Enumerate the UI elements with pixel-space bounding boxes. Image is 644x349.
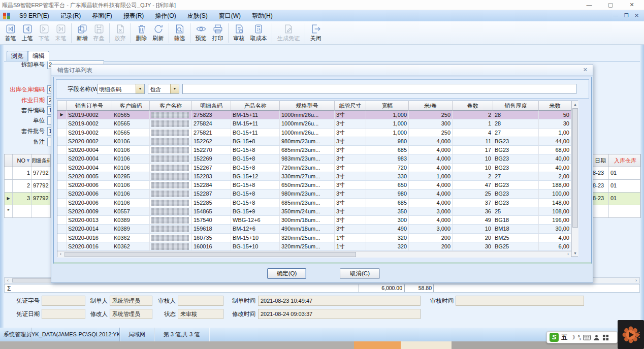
sum-meters: 58.80 [404, 284, 434, 292]
table-row[interactable]: S2020-0004K0106152270BG-15+8685mm/23um..… [57, 146, 571, 154]
operator-select[interactable]: 包含 ▼ [148, 84, 179, 94]
window-close-icon[interactable]: ✕ [624, 0, 640, 10]
col-no[interactable]: NO [13, 154, 32, 167]
table-row[interactable]: S2020-0006K0106152284BG-15+8650mm/23um..… [57, 181, 571, 189]
table-row[interactable]: S2020-0004K0106152269BG-15+8983mm/23um..… [57, 154, 571, 163]
column-header-10[interactable]: 销售厚度 [493, 101, 539, 111]
column-header-11[interactable]: 米数 [539, 101, 571, 111]
screen-recorder-widget[interactable] [618, 320, 644, 349]
menu-item-3[interactable]: 报表(R) [118, 10, 150, 21]
grid-horizontal-scrollbar[interactable]: ‹ › [57, 251, 571, 258]
scrollbar-thumb[interactable] [572, 108, 578, 228]
print-button[interactable]: 打印 [209, 23, 226, 42]
column-header-0[interactable]: 销售订单号 [67, 101, 112, 111]
table-row[interactable]: S2020-0005K0295152283BG-15+12330mm/27um.… [57, 172, 571, 181]
table-row-current[interactable]: 08-2301 [591, 193, 641, 205]
scrollbar-thumb[interactable] [65, 252, 356, 257]
menu-item-1[interactable]: 记录(R) [55, 10, 87, 21]
chevron-down-icon[interactable]: ▼ [136, 84, 144, 93]
field-select[interactable]: 明细条码 ▼ [97, 84, 145, 94]
cancel-button[interactable]: 取消(C) [340, 268, 380, 279]
col-date[interactable]: 日期 [592, 154, 609, 167]
sogou-logo-icon[interactable]: S [550, 333, 559, 342]
col-in-warehouse[interactable]: 入库仓库 [609, 154, 640, 167]
column-header-3[interactable]: 明细条码 [192, 101, 231, 111]
table-row[interactable]: S2019-0002K0565275821BG-15+111000mm/26u.… [57, 129, 571, 137]
menu-item-4[interactable]: 操作(O) [149, 10, 181, 21]
table-row[interactable]: S2019-0002K0565275824BM-15+111000mm/26u.… [57, 119, 571, 128]
discard-button: 放弃 [112, 23, 128, 42]
col-detail-code[interactable]: 明细条码 [32, 154, 50, 167]
table-row-current[interactable]: ▶397792 [4, 193, 51, 205]
table-row[interactable]: S2020-0016K0362160735BM-15+10320mm/25um.… [57, 234, 571, 242]
person-icon[interactable] [593, 334, 600, 341]
preview-button[interactable]: 预览 [192, 23, 209, 42]
prev-record-button[interactable]: 上笔 [19, 23, 36, 42]
menu-item-7[interactable]: 帮助(H) [246, 10, 278, 21]
punctuation-icon[interactable]: °, [578, 335, 581, 340]
table-row[interactable]: S2020-0002K0106152262BG-15+8980mm/23um..… [57, 137, 571, 146]
column-header-2[interactable]: 客户名称 [150, 101, 192, 111]
tab-browse[interactable]: 浏览 [7, 51, 28, 61]
column-header-9[interactable]: 卷数 [453, 101, 493, 111]
window-maximize-icon[interactable]: ▢ [602, 0, 619, 10]
get-cost-button[interactable]: 取成本 [247, 23, 270, 42]
first-record-button[interactable]: 首笔 [2, 23, 19, 42]
menu-item-5[interactable]: 皮肤(S) [182, 10, 213, 21]
table-row[interactable]: ▶S2019-0002K0565275823BM-15+111000mm/26u… [57, 111, 571, 119]
column-header-6[interactable]: 纸管尺寸 [335, 101, 366, 111]
mdi-restore-icon[interactable]: ❐ [624, 10, 629, 21]
mdi-close-icon[interactable]: ✕ [635, 10, 639, 21]
column-header-7[interactable]: 宽幅 [366, 101, 409, 111]
wubi-mode-icon[interactable]: 五 [561, 333, 567, 342]
menu-item-6[interactable]: 窗口(W) [213, 10, 246, 21]
ok-button[interactable]: 确定(Q) [267, 268, 306, 279]
table-row[interactable]: 197792 [4, 167, 51, 180]
column-header-4[interactable]: 产品名称 [231, 101, 280, 111]
table-row-new[interactable] [591, 205, 641, 218]
scroll-right-icon[interactable]: › [565, 251, 571, 258]
add-new-button[interactable]: 新增 [74, 23, 90, 42]
scroll-left-icon[interactable]: ‹ [57, 251, 64, 258]
close-button[interactable]: 关闭 [307, 23, 324, 42]
moon-mode-icon[interactable]: ☽ [570, 334, 575, 341]
filter-value-input[interactable] [182, 84, 576, 94]
table-row[interactable]: S2020-0006K0106152285BG-15+8685mm/23um..… [57, 199, 571, 207]
chevron-down-icon[interactable]: ▼ [170, 84, 179, 93]
table-row[interactable]: 08-2301 [591, 167, 641, 180]
delete-button[interactable]: 删除 [133, 23, 150, 42]
scroll-left-icon[interactable]: ‹ [5, 278, 11, 283]
table-row[interactable]: S2020-0014K0389159618BM-12+6490mm/18um..… [57, 225, 571, 233]
toolbox-icon[interactable] [602, 334, 609, 341]
column-header-8[interactable]: 米/卷 [409, 101, 453, 111]
mdi-minimize-icon[interactable]: — [613, 10, 618, 21]
table-row[interactable]: S2020-0013K0389157540WBG-12+6300mm/18um.… [57, 216, 571, 225]
menu-item-2[interactable]: 界面(F) [86, 10, 117, 21]
table-row[interactable]: 08-2301 [591, 180, 641, 193]
tab-edit[interactable]: 编辑 [28, 51, 49, 61]
grid-vertical-scrollbar[interactable]: ▲ ▼ [571, 101, 578, 257]
window-minimize-icon[interactable]: — [581, 0, 597, 10]
refresh-button[interactable]: 刷新 [150, 23, 167, 42]
dialog-close-icon[interactable]: ✕ [583, 67, 588, 73]
table-row[interactable]: S2020-0016K0362160016BG-15+10320mm/25um.… [57, 242, 571, 251]
table-row[interactable]: 297792 [4, 180, 51, 193]
scroll-right-icon[interactable]: › [633, 278, 639, 283]
soft-keyboard-icon[interactable] [583, 334, 591, 341]
menu-item-0[interactable]: S9 ERP(E) [14, 10, 55, 21]
cell: BM25 [493, 234, 539, 242]
table-row[interactable]: S2020-0006K0106152287BG-15+8980mm/23um..… [57, 189, 571, 198]
audit-button[interactable]: 审核 [231, 23, 247, 42]
column-header-1[interactable]: 客户编码 [112, 101, 150, 111]
customer-name-redacted [150, 137, 192, 146]
table-row-new[interactable]: * [4, 205, 51, 218]
dialog-title-bar[interactable]: 销售订单列表 ✕ [51, 65, 593, 76]
scroll-down-icon[interactable]: ▼ [572, 250, 578, 257]
filter-button[interactable]: 筛选 [171, 23, 188, 42]
table-row[interactable]: S2020-0004K0106152267BG-15+8720mm/23um..… [57, 164, 571, 172]
cell: BG-15+12 [231, 172, 280, 181]
filter-icon [174, 23, 185, 35]
column-header-5[interactable]: 规格型号 [280, 101, 335, 111]
table-row[interactable]: S2020-0009K0557154865BG-15+9350mm/24um..… [57, 207, 571, 216]
scroll-up-icon[interactable]: ▲ [572, 101, 578, 108]
